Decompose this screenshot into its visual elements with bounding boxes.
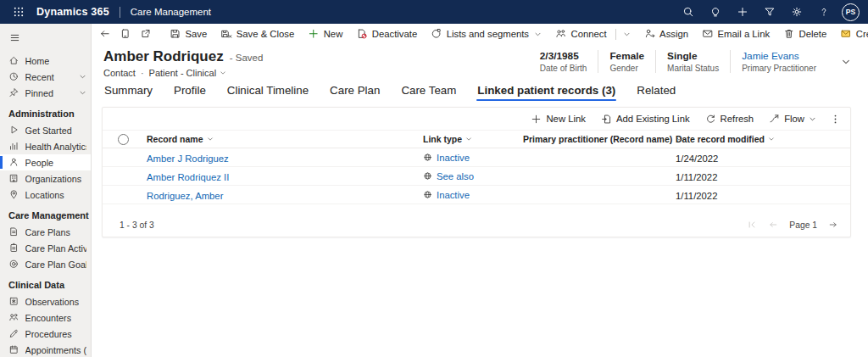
- first-page-button[interactable]: [747, 220, 757, 230]
- tab-care-plan[interactable]: Care Plan: [329, 82, 381, 102]
- previous-page-button[interactable]: [768, 220, 778, 230]
- primary-practitioner-link[interactable]: Jamie Evans: [742, 50, 816, 62]
- tab-clinical-timeline[interactable]: Clinical Timeline: [226, 82, 309, 102]
- help-button[interactable]: [813, 1, 835, 23]
- sidebar-item-label: Appointments (EMR): [25, 345, 87, 355]
- search-button[interactable]: [677, 1, 699, 23]
- subgrid-command-label: New Link: [546, 114, 585, 124]
- tab-care-team[interactable]: Care Team: [400, 82, 457, 102]
- sidebar-item-get-started[interactable]: Get Started: [0, 122, 91, 138]
- sidebar-item-label: Recent: [25, 72, 54, 82]
- sidebar-item-label: Get Started: [25, 126, 72, 136]
- locations-icon: [8, 189, 19, 200]
- refresh-icon: [705, 114, 716, 125]
- record-name-link[interactable]: Amber J Rodriguez: [147, 153, 229, 164]
- prev-page-icon: [768, 220, 778, 230]
- expand-header-button[interactable]: [837, 53, 854, 70]
- add-icon: [737, 6, 748, 18]
- table-header-row: Record nameLink typePrimary practitioner…: [103, 131, 850, 148]
- record-name-link[interactable]: Amber Rodriquez II: [147, 172, 229, 182]
- subgrid-command-label: Add Existing Link: [616, 114, 690, 124]
- settings-button[interactable]: [786, 1, 808, 23]
- sidebar-item-health-analytics[interactable]: Health Analytics: [0, 138, 91, 154]
- link-type-value[interactable]: Inactive: [437, 190, 470, 200]
- command-save-close[interactable]: Save & Close: [214, 25, 301, 42]
- table-row[interactable]: Rodriguez, AmberInactive1/11/2022: [103, 186, 850, 204]
- entity-type-label: Contact: [103, 68, 136, 78]
- app-launcher-button[interactable]: [8, 2, 29, 22]
- lightbulb-button[interactable]: [704, 1, 726, 23]
- chevron-down-icon: [79, 89, 86, 97]
- chevron-down-icon: [79, 73, 86, 81]
- sidebar-item-home[interactable]: Home: [0, 53, 91, 69]
- sidebar-item-care-plan-activities[interactable]: Care Plan Activities: [0, 240, 91, 256]
- sidebar-item-care-plans[interactable]: Care Plans: [0, 224, 91, 240]
- sidebar-item-appointments-emr[interactable]: Appointments (EMR): [0, 342, 91, 357]
- tablet-button[interactable]: [115, 25, 136, 42]
- popout-icon: [140, 28, 152, 40]
- next-page-button[interactable]: [828, 220, 838, 230]
- link-type-value[interactable]: Inactive: [437, 153, 470, 163]
- app-name[interactable]: Care Management: [131, 7, 211, 17]
- record-name-link[interactable]: Rodriguez, Amber: [147, 191, 223, 201]
- command-new[interactable]: New: [301, 25, 349, 42]
- sidebar-item-label: Care Plan Activities: [25, 243, 87, 254]
- sidebar-item-encounters[interactable]: Encounters: [0, 310, 91, 326]
- subgrid-overflow-button[interactable]: [824, 110, 847, 127]
- column-header-link-type[interactable]: Link type: [423, 134, 472, 144]
- record-range-label: 1 - 3 of 3: [120, 220, 154, 230]
- back-button[interactable]: [95, 25, 115, 42]
- sidebar-item-recent[interactable]: Recent: [0, 69, 91, 85]
- table-row[interactable]: Amber Rodriquez IISee also1/11/2022: [103, 167, 850, 186]
- tab-summary[interactable]: Summary: [103, 82, 153, 102]
- command-delete[interactable]: Delete: [776, 25, 833, 42]
- popout-button[interactable]: [136, 25, 156, 42]
- form-selector[interactable]: Patient - Clinical: [149, 68, 226, 78]
- sidebar-item-observations[interactable]: Observations: [0, 293, 91, 310]
- sidebar-item-organizations[interactable]: Organizations: [0, 170, 91, 187]
- command-save[interactable]: Save: [163, 25, 214, 42]
- tab-linked-patient-records-3[interactable]: Linked patient records (3): [476, 82, 616, 102]
- link-type-value[interactable]: See also: [437, 171, 474, 181]
- top-navigation-bar: Dynamics 365 Care Management PS: [0, 0, 868, 24]
- get-started-icon: [8, 125, 19, 136]
- brand-title[interactable]: Dynamics 365: [36, 6, 109, 18]
- filter-button[interactable]: [759, 1, 781, 23]
- add-icon: [308, 28, 320, 40]
- table-row[interactable]: Amber J RodriguezInactive1/24/2022: [103, 148, 850, 167]
- split-divider: [615, 29, 616, 40]
- sidebar-item-label: Health Analytics: [25, 142, 87, 152]
- care-plan-goals-icon: [8, 259, 19, 270]
- select-all-checkbox[interactable]: [118, 134, 129, 145]
- command-lists-and-segments[interactable]: Lists and segments: [424, 25, 548, 42]
- subgrid-command-add-existing-link[interactable]: Add Existing Link: [593, 109, 698, 128]
- search-icon: [682, 6, 694, 18]
- column-header-primary-practitioner-record-name[interactable]: Primary practitioner (Record name): [523, 134, 682, 144]
- health-analytics-icon: [8, 141, 19, 152]
- command-deactivate[interactable]: Deactivate: [349, 25, 424, 42]
- column-header-record-name[interactable]: Record name: [147, 134, 214, 144]
- column-header-date-record-modified[interactable]: Date record modified: [676, 134, 775, 144]
- command-assign[interactable]: Assign: [637, 25, 695, 42]
- command-create-invitation[interactable]: Create Invitation: [833, 25, 868, 42]
- sidebar-item-pinned[interactable]: Pinned: [0, 85, 91, 101]
- tab-related[interactable]: Related: [636, 82, 676, 102]
- linked-records-subgrid: New LinkAdd Existing LinkRefreshFlow Rec…: [102, 107, 851, 237]
- tab-profile[interactable]: Profile: [173, 82, 207, 102]
- sidebar-item-locations[interactable]: Locations: [0, 187, 91, 203]
- subgrid-command-new-link[interactable]: New Link: [523, 109, 593, 128]
- flow-icon: [769, 114, 780, 125]
- sitemap-menu-button[interactable]: [0, 28, 91, 47]
- grid-footer: 1 - 3 of 3 Page 1: [103, 213, 850, 237]
- user-avatar[interactable]: PS: [842, 3, 860, 21]
- subgrid-command-flow[interactable]: Flow: [761, 109, 824, 128]
- filter-icon: [764, 6, 776, 18]
- add-button[interactable]: [732, 1, 754, 23]
- sidebar-item-procedures[interactable]: Procedures: [0, 326, 91, 342]
- pinned-icon: [8, 87, 19, 98]
- command-connect[interactable]: Connect: [548, 25, 637, 42]
- command-email-a-link[interactable]: Email a Link: [695, 25, 776, 42]
- subgrid-command-refresh[interactable]: Refresh: [698, 109, 762, 128]
- sidebar-item-care-plan-goals[interactable]: Care Plan Goals: [0, 256, 91, 272]
- sidebar-item-people[interactable]: People: [0, 154, 91, 170]
